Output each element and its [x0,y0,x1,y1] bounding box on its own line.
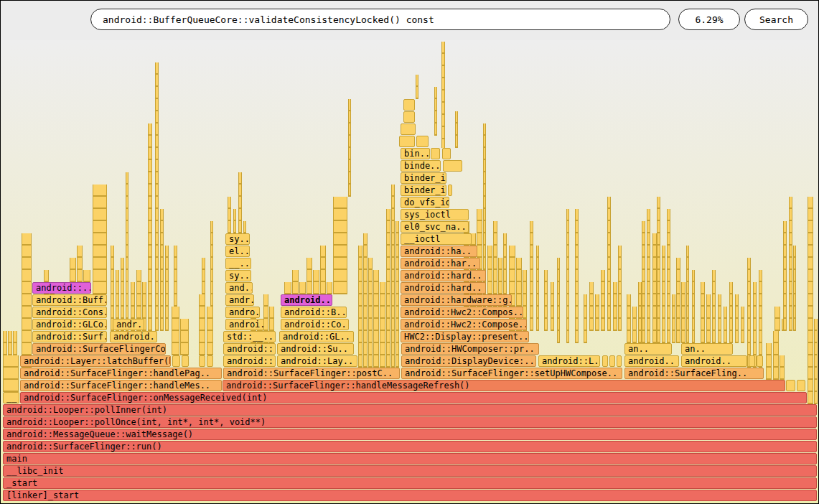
flame-frame[interactable]: android::Hwc2::Compose.. [401,319,527,330]
flame-filler-tower[interactable] [595,294,599,331]
flame-frame[interactable]: android::SurfaceFlinger::onMessageReceiv… [20,392,807,403]
flame-frame[interactable]: andr.. [113,319,144,330]
flame-frame[interactable]: android::B.. [281,307,347,318]
flame-filler-tower[interactable] [536,246,539,331]
flame-filler-tower[interactable] [618,246,622,331]
flame-filler-tower[interactable] [808,197,813,404]
flame-filler-tower[interactable] [284,282,291,294]
flame-frame[interactable]: android.. [110,331,157,342]
flame-frame[interactable] [207,355,213,367]
flame-frame[interactable]: std::__.. [223,331,276,342]
flame-frame[interactable]: android.. [624,355,679,367]
flame-frame[interactable]: android.. [281,294,332,306]
flame-frame[interactable]: an.. [624,343,672,355]
flame-filler-tower[interactable] [77,246,83,282]
flame-filler-tower[interactable] [455,111,458,148]
flame-filler-tower[interactable] [93,185,107,294]
flame-filler-tower[interactable] [686,246,689,343]
flame-frame[interactable]: [linker]_start [3,490,817,501]
flame-frame[interactable]: HWC2::Display::present.. [401,331,529,342]
flame-filler-tower[interactable] [814,319,818,404]
flame-frame[interactable] [602,355,608,367]
flame-filler-tower[interactable] [363,233,368,368]
flame-frame[interactable]: android::ha.. [401,246,477,257]
flame-filler-tower[interactable] [627,294,631,343]
flame-filler-tower[interactable] [662,246,665,343]
flame-frame[interactable]: main [3,453,817,465]
search-input[interactable] [90,9,670,30]
flame-frame[interactable] [797,380,805,391]
flame-filler-tower[interactable] [165,246,169,331]
flame-filler-tower[interactable] [391,185,395,368]
flame-filler-tower[interactable] [729,282,733,343]
flame-frame[interactable] [617,355,622,367]
flame-frame[interactable]: android::HWComposer::pr.. [401,343,539,355]
flame-frame[interactable]: el0_svc_na.. [401,221,469,233]
flame-filler-tower[interactable] [584,294,587,343]
flame-frame[interactable]: binde.. [401,160,441,172]
flame-filler-tower[interactable] [380,282,385,368]
flame-filler-tower[interactable] [530,221,533,331]
flame-filler-tower[interactable] [22,233,32,368]
flame-frame[interactable] [403,111,415,123]
flame-frame[interactable]: __. [3,392,19,403]
flame-frame[interactable]: androi.. [225,319,264,330]
flame-filler-tower[interactable] [601,270,605,331]
flame-filler-tower[interactable] [706,294,711,343]
flame-filler-tower[interactable] [396,221,399,368]
flame-frame[interactable]: android::SurfaceFlinger::setUpHWCompose.… [401,368,622,379]
flame-filler-tower[interactable] [416,75,418,99]
flame-filler-tower[interactable] [632,307,637,343]
flame-frame[interactable]: __ioctl [401,233,472,245]
flame-frame[interactable]: android::MessageQueue::waitMessage() [3,429,817,440]
flame-filler-tower[interactable] [607,197,611,331]
flame-filler-tower[interactable] [83,270,90,282]
flame-filler-tower[interactable] [126,172,128,331]
flame-frame[interactable]: android::Lay.. [277,355,357,367]
flame-frame[interactable]: android::SurfaceFlinger::postC.. [223,368,400,379]
flame-frame[interactable]: android::Su.. [277,343,354,355]
flame-filler-tower[interactable] [238,172,242,233]
flame-filler-tower[interactable] [724,307,727,343]
flame-frame[interactable]: android::SurfaceFlinger::handleMessageRe… [223,380,785,391]
flame-frame[interactable] [443,160,462,172]
flame-frame[interactable]: android::Hwc2::Compos.. [401,307,523,318]
flame-frame[interactable]: android::GL.. [279,331,354,342]
flame-filler-tower[interactable] [589,282,594,331]
flame-frame[interactable]: android::Surf.. [32,331,107,342]
flame-frame[interactable] [403,99,415,111]
flame-frame[interactable] [199,355,205,367]
flame-frame[interactable] [401,123,416,135]
flame-frame[interactable]: android::Cons.. [32,307,107,318]
flame-filler-tower[interactable] [386,209,390,368]
flamegraph-canvas[interactable]: [linker]_start_start__libc_initmainandro… [1,40,819,504]
flame-filler-tower[interactable] [718,294,721,343]
flame-filler-tower[interactable] [747,258,751,368]
flame-filler-tower[interactable] [199,294,205,355]
flame-filler-tower[interactable] [692,270,695,343]
flame-frame[interactable] [448,185,452,196]
flame-filler-tower[interactable] [70,258,76,282]
flame-frame[interactable]: android::Layer::latchBuffer(b.. [20,355,171,367]
flame-filler-tower[interactable] [712,270,716,343]
flame-filler-tower[interactable] [172,307,179,355]
flame-frame[interactable]: android::SurfaceFlinger::handleMes.. [20,380,222,391]
flame-frame[interactable] [609,355,615,367]
flame-frame[interactable]: android::SurfaceFlingerCo.. [32,343,166,355]
flame-filler-tower[interactable] [348,99,351,197]
flame-frame[interactable] [172,355,180,367]
flame-filler-tower[interactable] [13,331,17,355]
flame-filler-tower[interactable] [766,343,772,380]
flame-filler-tower[interactable] [551,282,554,331]
flame-filler-tower[interactable] [210,221,213,307]
flame-frame[interactable]: android::DisplayDevice:.. [401,355,536,367]
flame-filler-tower[interactable] [313,270,319,294]
flame-filler-tower[interactable] [233,209,236,233]
flame-filler-tower[interactable] [793,246,796,331]
flame-filler-tower[interactable] [358,246,362,368]
flame-frame[interactable]: android.. [681,355,747,367]
flame-frame[interactable]: android::Co.. [281,319,349,330]
flame-frame[interactable]: an.. [681,343,733,355]
flame-filler-tower[interactable] [160,209,164,331]
flame-frame[interactable] [757,355,763,367]
